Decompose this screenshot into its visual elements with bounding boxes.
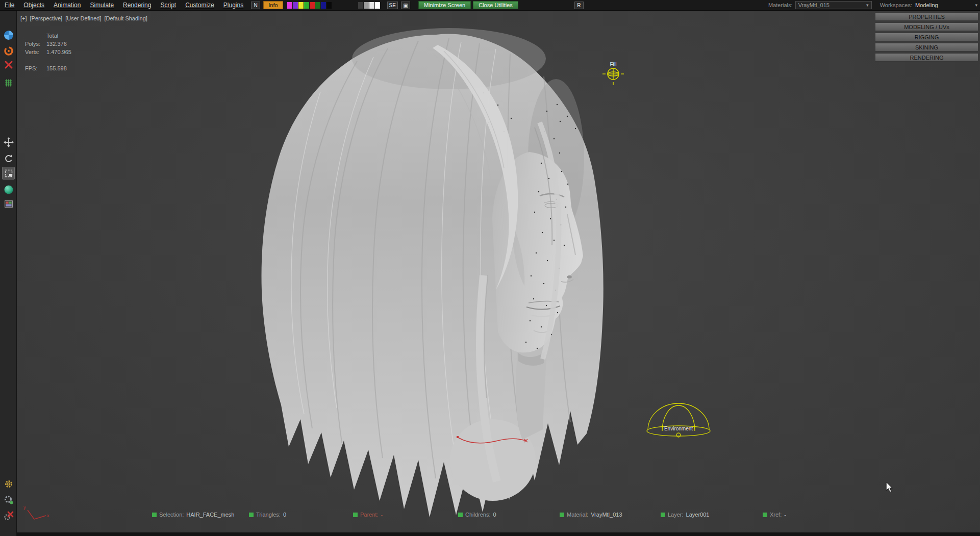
fill-light-label: Fill [605, 62, 621, 67]
color-swatch[interactable] [315, 2, 320, 9]
status-value: - [381, 512, 383, 518]
status-value: 0 [493, 512, 496, 518]
gray-swatch[interactable] [369, 2, 374, 9]
environment-label: Environment [657, 426, 700, 431]
orange-swirl-icon[interactable] [2, 44, 15, 57]
viewport-menu-general[interactable]: [+] [20, 15, 27, 21]
color-swatch[interactable] [321, 2, 326, 9]
status-label: Xref: [770, 512, 782, 518]
window-grid-icon[interactable] [2, 197, 15, 210]
panel-button-skinning[interactable]: SKINING [875, 43, 978, 52]
panel-button-rigging[interactable]: RIGGING [875, 33, 978, 41]
menu-customize[interactable]: Customize [181, 2, 219, 9]
gray-palette [358, 2, 380, 9]
viewport[interactable] [17, 11, 980, 536]
menu-file[interactable]: File [0, 2, 19, 9]
select-box-tool-icon[interactable] [2, 167, 15, 180]
status-xref: Xref: - [763, 512, 786, 518]
gray-swatch[interactable] [358, 2, 363, 9]
status-selection: Selection: HAIR_FACE_mesh [152, 512, 234, 518]
move-tool-icon[interactable] [2, 136, 15, 148]
status-layer: Layer: Layer001 [661, 512, 709, 518]
status-value: HAIR_FACE_mesh [186, 512, 234, 518]
toggle-button[interactable]: ▣ [401, 2, 410, 9]
color-swatch[interactable] [304, 2, 309, 9]
viewport-menu-pov[interactable]: [Perspective] [30, 15, 63, 21]
status-label: Selection: [159, 512, 184, 518]
application-window: x y [+] [Perspective] [User Defined] [De… [0, 0, 980, 536]
status-label: Parent: [360, 512, 378, 518]
panel-button-properties[interactable]: PROPERTIES [875, 12, 978, 21]
checkbox-icon: ▣ [403, 3, 408, 8]
status-parent: Parent: - [353, 512, 383, 518]
status-square-icon [249, 513, 254, 517]
right-panel: PROPERTIES MODELING / UVs RIGGING SKININ… [875, 12, 978, 63]
status-square-icon [152, 513, 157, 517]
stats-fps-label: FPS: [25, 65, 46, 71]
menu-plugins[interactable]: Plugins [219, 2, 248, 9]
status-label: Childrens: [465, 512, 491, 518]
panel-button-rendering[interactable]: RENDERING [875, 53, 978, 62]
red-x-icon[interactable] [2, 58, 15, 71]
menubar-right-group: Materials: VrayMtl_015 ▾ Workspaces: Mod… [768, 1, 980, 9]
green-grid-icon[interactable] [2, 76, 15, 89]
gear-yellow-icon[interactable] [2, 477, 15, 490]
red-cross-icon[interactable] [2, 509, 15, 522]
color-swatch[interactable] [287, 2, 292, 9]
workspaces-dropdown[interactable]: Modeling ▾ [915, 2, 977, 8]
status-label: Layer: [668, 512, 684, 518]
menu-rendering[interactable]: Rendering [118, 2, 156, 9]
se-button[interactable]: SE [387, 2, 398, 9]
stats-polys-value: 132.376 [46, 41, 67, 47]
viewport-header: [+] [Perspective] [User Defined] [Defaul… [20, 15, 147, 21]
color-swatch[interactable] [293, 2, 298, 9]
status-triangles: Triangles: 0 [249, 512, 286, 518]
menu-script[interactable]: Script [156, 2, 181, 9]
materials-dropdown[interactable]: VrayMtl_015 ▾ [795, 1, 872, 9]
n-button[interactable]: N [251, 2, 260, 9]
status-square-icon [661, 513, 665, 517]
status-label: Triangles: [256, 512, 281, 518]
panel-button-modeling-uvs[interactable]: MODELING / UVs [875, 22, 978, 31]
status-square-icon [560, 513, 564, 517]
status-value: 0 [283, 512, 286, 518]
color-palette [287, 2, 332, 9]
menu-simulate[interactable]: Simulate [85, 2, 118, 9]
viewport-menu-shading[interactable]: [Default Shading] [104, 15, 147, 21]
left-toolbar [0, 11, 17, 536]
rotate-tool-icon[interactable] [2, 152, 15, 165]
workspaces-value: Modeling [915, 2, 938, 8]
stats-fps-value: 155.598 [46, 65, 67, 71]
status-material: Material: VrayMtl_013 [560, 512, 622, 518]
material-sphere-icon[interactable] [2, 183, 15, 196]
color-swatch[interactable] [298, 2, 304, 9]
materials-value: VrayMtl_015 [798, 2, 830, 8]
gray-swatch[interactable] [364, 2, 369, 9]
materials-label: Materials: [768, 2, 793, 8]
close-utilities-button[interactable]: Close Utilities [473, 1, 518, 9]
status-square-icon [458, 513, 463, 517]
status-label: Material: [567, 512, 588, 518]
status-childrens: Childrens: 0 [458, 512, 496, 518]
stats-verts-value: 1.470.965 [46, 49, 71, 55]
chevron-down-icon: ▾ [975, 3, 977, 8]
gray-swatch[interactable] [375, 2, 380, 9]
chevron-down-icon: ▾ [866, 3, 869, 8]
color-swatch[interactable] [326, 2, 332, 9]
viewport-statistics: Total Polys: 132.376 Verts: 1.470.965 FP… [25, 32, 71, 72]
color-swatch[interactable] [310, 2, 315, 9]
info-button[interactable]: Info [263, 1, 283, 9]
status-value: - [784, 512, 786, 518]
viewport-menu-user-defined[interactable]: [User Defined] [65, 15, 101, 21]
minimize-screen-button[interactable]: Minimize Screen [418, 1, 471, 9]
menu-objects[interactable]: Objects [19, 2, 49, 9]
stats-polys-label: Polys: [25, 41, 46, 47]
blue-fan-icon[interactable] [2, 29, 15, 41]
r-button[interactable]: R [574, 2, 584, 9]
mouse-cursor [886, 482, 894, 495]
menu-animation[interactable]: Animation [49, 2, 85, 9]
menu-bar: File Objects Animation Simulate Renderin… [0, 0, 980, 11]
stats-verts-label: Verts: [25, 49, 46, 55]
gear-green-icon[interactable] [2, 493, 15, 506]
status-value: VrayMtl_013 [591, 512, 622, 518]
